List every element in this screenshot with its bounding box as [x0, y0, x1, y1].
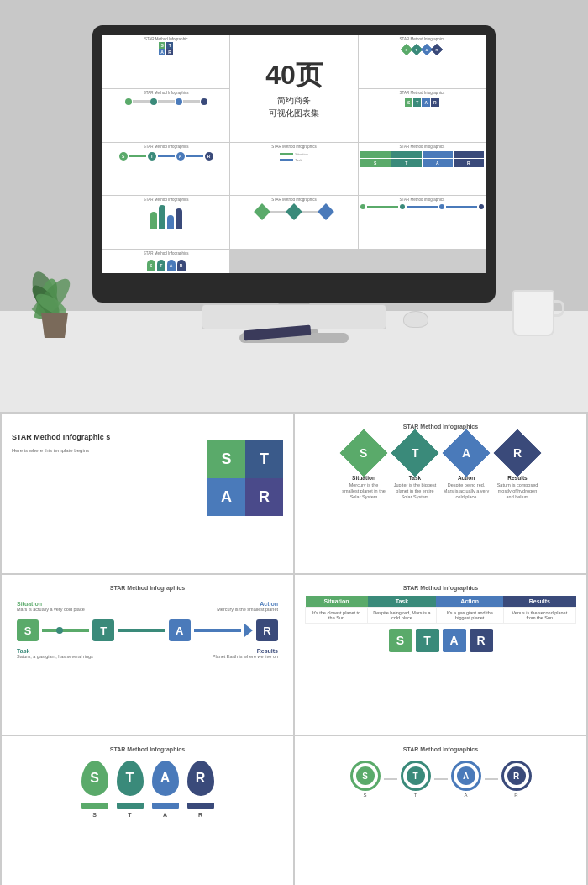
circle-outer-s: S	[350, 761, 381, 791]
star-letter-r: R	[245, 478, 283, 516]
monitor-frame: STAR Method Infographic S T A R 40页 简约商务…	[92, 25, 496, 303]
mug-decoration	[512, 290, 554, 336]
slide3-s: S	[17, 619, 39, 641]
diamond-item-s: S Situation Mercury is the smallest plan…	[341, 436, 387, 500]
plant-decoration	[25, 254, 84, 338]
slide4-th-a: Action	[436, 596, 503, 608]
slide4-th-r: Results	[503, 596, 575, 608]
teardrop-r-shape: R	[187, 761, 214, 796]
circle-a: A A	[451, 761, 481, 798]
slide4-letter-t: T	[416, 629, 439, 652]
slide4-td-s: It's the closest planet to the Sun	[306, 608, 368, 624]
screen-cell-11: STAR Method Infographics	[359, 196, 486, 249]
circle-label-r: R	[514, 793, 517, 798]
slide-1: STAR Method Infographic s Here is where …	[2, 414, 293, 573]
slide6-title: STAR Method Infographics	[305, 746, 576, 752]
slide-4: STAR Method Infographics Situation Task …	[295, 575, 586, 735]
teardrop-r: R R	[187, 761, 214, 818]
circle-outer-r: R	[501, 761, 532, 791]
circle-label-t: T	[414, 793, 417, 798]
circle-r: R R	[501, 761, 532, 798]
slide3-action-label: Action	[174, 601, 278, 607]
slide3-situation-label: Situation	[17, 601, 121, 607]
slide1-heading: STAR Method Infographic s	[12, 432, 201, 443]
slide3-title: STAR Method Infographics	[12, 585, 283, 591]
screen-cell-3: STAR Method Infographics S T A R	[359, 35, 486, 88]
teardrop-t: T T	[117, 761, 144, 818]
slide3-t: T	[92, 619, 114, 641]
circle-connect-ta	[434, 778, 448, 780]
slide3-results-desc: Planet Earth is where we live on	[174, 654, 278, 660]
slide3-results-label: Results	[174, 648, 278, 654]
screen-cell-6: STAR Method Infographics S T A R	[102, 143, 229, 196]
slide3-a: A	[169, 619, 191, 641]
slide4-letters: S T A R	[305, 629, 576, 652]
screen-cell-9: STAR Method Infographics	[102, 196, 229, 249]
diamond-desc-a: Despite being red, Mars is actually a ve…	[444, 482, 490, 500]
slide4-letter-s: S	[389, 629, 412, 652]
slide6-circle-row: S S T T A A R	[305, 761, 576, 798]
diamond-item-t: T Task Jupiter is the biggest planet in …	[392, 436, 438, 500]
slide4-td-a: It's a gas giant and the biggest planet	[436, 608, 503, 624]
circle-s: S S	[350, 761, 381, 798]
slide4-td-r: Venus is the second planet from the Sun	[503, 608, 575, 624]
screen-cell-12: STAR Method Infographics S T A R	[102, 250, 229, 273]
circle-inner-s: S	[356, 766, 375, 785]
slide4-letter-a: A	[443, 629, 466, 652]
teardrop-a-shape: A	[152, 761, 179, 796]
teardrop-s-label: S	[92, 812, 97, 818]
center-line1: 简约商务	[277, 96, 311, 105]
slide-5: STAR Method Infographics S S T T A	[2, 736, 293, 885]
slide3-action-desc: Mercury is the smallest planet	[174, 607, 278, 613]
screen-cell-4: STAR Method Infographics	[102, 89, 229, 142]
screen-cell-7: STAR Method Infographics Situation Task	[230, 143, 357, 196]
star-letter-t: T	[245, 440, 283, 478]
slide-2: STAR Method Infographics S Situation Mer…	[295, 414, 586, 573]
slide2-diamond-row: S Situation Mercury is the smallest plan…	[305, 436, 576, 500]
diamond-item-r: R Results Saturn is composed mostly of h…	[495, 436, 541, 500]
monitor-screen: STAR Method Infographic S T A R 40页 简约商务…	[102, 35, 486, 273]
circle-t: T T	[401, 761, 431, 798]
slide-3: STAR Method Infographics Situation Mars …	[2, 575, 293, 735]
teardrop-a: A A	[152, 761, 179, 818]
slide3-task-label: Task	[17, 648, 121, 654]
teardrop-r-label: R	[198, 812, 202, 818]
slide4-table: Situation Task Action Results It's the c…	[305, 596, 576, 624]
teardrop-a-label: A	[163, 812, 167, 818]
star-letter-s: S	[207, 440, 245, 478]
slide5-title: STAR Method Infographics	[12, 746, 283, 752]
star-letter-a: A	[207, 478, 245, 516]
circle-inner-a: A	[457, 766, 475, 785]
diamond-desc-s: Mercury is the smallest planet in the So…	[341, 482, 387, 500]
slide-6: STAR Method Infographics S S T T A A	[295, 736, 586, 885]
slide2-title: STAR Method Infographics	[305, 424, 576, 429]
slide3-r: R	[256, 619, 278, 641]
screen-cell-1: STAR Method Infographic S T A R	[102, 35, 229, 88]
teardrop-s-shape: S	[81, 761, 108, 796]
slide4-th-s: Situation	[306, 596, 368, 608]
screen-cell-5: STAR Method Infographics S T A R	[359, 89, 486, 142]
circle-connect-ar	[485, 778, 498, 780]
slide4-th-t: Task	[368, 596, 437, 608]
slide5-teardrop-row: S S T T A A R	[12, 761, 283, 818]
screen-cell-center: 40页 简约商务 可视化图表集	[230, 35, 357, 142]
slide1-sub: Here is where this template begins	[12, 448, 201, 455]
top-section: STAR Method Infographic S T A R 40页 简约商务…	[0, 0, 588, 412]
diamond-desc-t: Jupiter is the biggest planet in the ent…	[392, 482, 438, 500]
slide3-task-desc: Saturn, a gas giant, has several rings	[17, 654, 121, 660]
teardrop-s: S S	[81, 761, 108, 818]
teardrop-t-label: T	[128, 812, 131, 818]
diamond-item-a: A Action Despite being red, Mars is actu…	[444, 436, 490, 500]
circle-label-s: S	[363, 793, 366, 798]
screen-cell-8: STAR Method Infographics S T A R	[359, 143, 486, 196]
mouse	[403, 311, 428, 328]
circle-outer-t: T	[401, 761, 431, 791]
slide4-letter-r: R	[470, 629, 493, 652]
center-number: 40页	[265, 57, 323, 94]
slide4-td-t: Despite being red, Mars is a cold place	[368, 608, 437, 624]
circle-outer-a: A	[451, 761, 481, 791]
center-line2: 可视化图表集	[269, 108, 319, 118]
screen-cell-10: STAR Method Infographics	[230, 196, 357, 249]
diamond-desc-r: Saturn is composed mostly of hydrogen an…	[495, 482, 541, 500]
circle-connect-st	[384, 778, 397, 780]
